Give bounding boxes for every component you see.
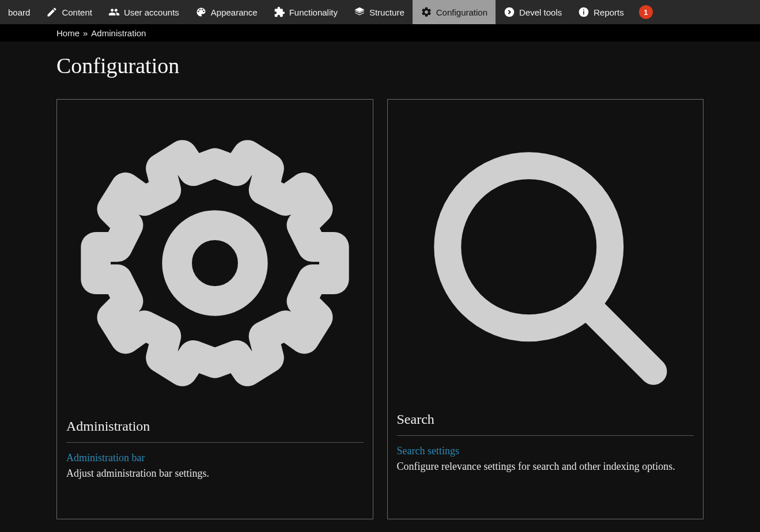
svg-point-4 <box>177 225 253 301</box>
notification-badge[interactable]: 1 <box>639 5 653 19</box>
menu-item-user-accounts[interactable]: User accounts <box>100 0 187 24</box>
info-icon <box>578 6 589 18</box>
breadcrumb-current[interactable]: Administration <box>91 28 146 38</box>
layers-icon <box>354 6 365 18</box>
breadcrumb-sep: » <box>83 28 88 38</box>
panel-administration: Administration Administration bar Adjust… <box>56 99 373 519</box>
menu-label: Appearance <box>211 7 258 17</box>
svg-point-0 <box>505 7 515 17</box>
search-large-icon <box>397 108 694 419</box>
users-icon <box>108 6 120 18</box>
breadcrumb-home[interactable]: Home <box>56 28 80 38</box>
menu-item-configuration[interactable]: Configuration <box>413 0 496 24</box>
link-search-settings[interactable]: Search settings <box>397 445 694 457</box>
pencil-icon <box>46 6 58 18</box>
menu-item-devel-tools[interactable]: Devel tools <box>496 0 570 24</box>
panel-desc: Adjust administration bar settings. <box>66 468 364 480</box>
panel-heading: Administration <box>66 419 364 443</box>
menu-item-structure[interactable]: Structure <box>346 0 413 24</box>
menu-item-appearance[interactable]: Appearance <box>187 0 266 24</box>
admin-toolbar: board Content User accounts Appearance F… <box>0 0 760 24</box>
page-title: Configuration <box>56 53 704 78</box>
svg-line-6 <box>588 306 653 371</box>
panel-search: Search Search settings Configure relevan… <box>387 99 704 519</box>
page-content: Configuration Administration Administrat… <box>0 41 760 519</box>
menu-item-content[interactable]: Content <box>38 0 100 24</box>
menu-label: Functionality <box>289 7 338 17</box>
menu-label: Structure <box>369 7 404 17</box>
breadcrumb: Home » Administration <box>0 24 760 41</box>
gear-large-icon <box>66 108 364 419</box>
menu-label: Configuration <box>436 7 487 17</box>
menu-label: User accounts <box>124 7 179 17</box>
link-administration-bar[interactable]: Administration bar <box>66 452 364 464</box>
puzzle-icon <box>274 6 285 18</box>
menu-item-reports[interactable]: Reports <box>570 0 632 24</box>
palette-icon <box>195 6 207 18</box>
menu-item-dashboard[interactable]: board <box>0 0 38 24</box>
svg-rect-2 <box>583 11 584 14</box>
menu-label: Content <box>62 7 92 17</box>
menu-item-functionality[interactable]: Functionality <box>266 0 346 24</box>
panel-heading: Search <box>397 412 694 436</box>
menu-label: Reports <box>593 7 624 17</box>
menu-label: Devel tools <box>519 7 562 17</box>
panel-desc: Configure relevance settings for search … <box>397 461 694 473</box>
menu-label: board <box>8 7 30 17</box>
gear-icon <box>421 6 432 18</box>
chevron-circle-icon <box>504 6 515 18</box>
svg-rect-3 <box>583 9 584 10</box>
config-panels: Administration Administration bar Adjust… <box>56 99 704 519</box>
